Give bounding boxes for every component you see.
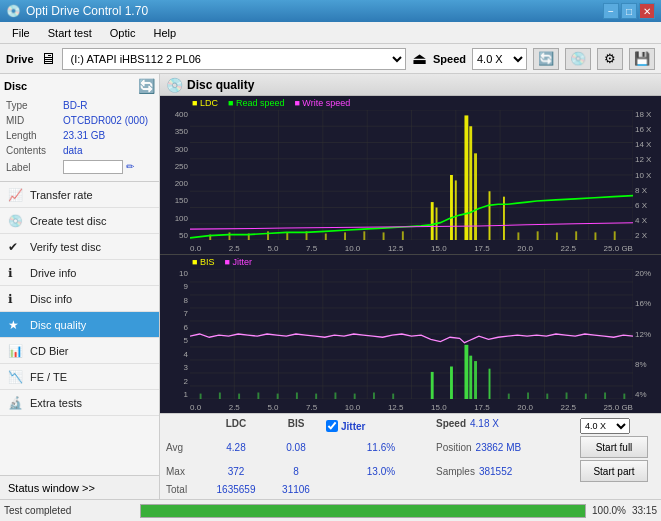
status-bar: Test completed 100.0% 33:15 xyxy=(0,499,661,521)
sidebar-item-disc-info[interactable]: ℹ Disc info xyxy=(0,286,159,312)
svg-rect-68 xyxy=(464,345,468,399)
refresh-button[interactable]: 🔄 xyxy=(533,48,559,70)
content-area: 💿 Disc quality ■ LDC ■ Read speed ■ Writ… xyxy=(160,74,661,499)
speed-select-area: 4.0 X xyxy=(580,418,655,434)
svg-rect-38 xyxy=(402,231,404,240)
drive-icon: 🖥 xyxy=(40,50,56,68)
disc-quality-icon: ★ xyxy=(8,318,26,332)
sidebar-item-fe-te[interactable]: 📉 FE / TE xyxy=(0,364,159,390)
total-ldc: 1635659 xyxy=(206,484,266,495)
app-title: Opti Drive Control 1.70 xyxy=(26,4,148,18)
start-part-button[interactable]: Start part xyxy=(580,460,648,482)
disc-quality-header-icon: 💿 xyxy=(166,77,183,93)
sidebar-item-disc-quality[interactable]: ★ Disc quality xyxy=(0,312,159,338)
svg-rect-26 xyxy=(489,191,491,240)
sidebar-item-extra-tests-label: Extra tests xyxy=(30,397,82,409)
avg-row: Avg 4.28 0.08 11.6% Position 23862 MB St… xyxy=(166,436,655,458)
svg-rect-41 xyxy=(556,232,558,240)
total-bis: 31106 xyxy=(266,484,326,495)
svg-rect-84 xyxy=(527,393,529,400)
disc-quality-header: 💿 Disc quality xyxy=(160,74,661,96)
speed-select[interactable]: 4.0 X xyxy=(472,48,527,70)
sidebar-item-disc-quality-label: Disc quality xyxy=(30,319,86,331)
sidebar-item-extra-tests[interactable]: 🔬 Extra tests xyxy=(0,390,159,416)
sidebar-item-create-test-disc[interactable]: 💿 Create test disc xyxy=(0,208,159,234)
chart1-y-axis-left: 400 350 300 250 200 150 100 50 xyxy=(160,110,190,240)
disc-label-row: Label ✏ xyxy=(6,159,153,175)
speed-label: Speed xyxy=(433,53,466,65)
disc-refresh-icon[interactable]: 🔄 xyxy=(138,78,155,94)
speed-header: Speed xyxy=(436,418,466,434)
svg-rect-73 xyxy=(219,393,221,400)
svg-rect-74 xyxy=(238,394,240,399)
status-window-label: Status window >> xyxy=(8,482,95,494)
avg-ldc: 4.28 xyxy=(206,442,266,453)
drive-select[interactable]: (I:) ATAPI iHBS112 2 PL06 xyxy=(62,48,406,70)
speed-dropdown[interactable]: 4.0 X xyxy=(580,418,630,434)
svg-rect-87 xyxy=(585,394,587,399)
chart1-x-axis: 0.02.55.07.510.012.515.017.520.022.525.0… xyxy=(190,244,633,253)
maximize-button[interactable]: □ xyxy=(621,3,637,19)
progress-percent: 100.0% xyxy=(592,505,626,516)
sidebar: Disc 🔄 Type BD-R MID OTCBDR002 (000) Len… xyxy=(0,74,160,499)
disc-button[interactable]: 💿 xyxy=(565,48,591,70)
disc-contents-label: Contents xyxy=(6,144,61,157)
legend-jitter: ■ Jitter xyxy=(224,257,251,267)
avg-speed-value: 4.18 X xyxy=(470,418,499,434)
menu-optic[interactable]: Optic xyxy=(102,25,144,41)
disc-length-value: 23.31 GB xyxy=(63,129,153,142)
menu-help[interactable]: Help xyxy=(145,25,184,41)
avg-bis: 0.08 xyxy=(266,442,326,453)
disc-info-table: Type BD-R MID OTCBDR002 (000) Length 23.… xyxy=(4,97,155,177)
progress-bar-fill xyxy=(141,505,585,517)
disc-label-edit-icon[interactable]: ✏ xyxy=(126,161,134,172)
svg-rect-77 xyxy=(296,393,298,400)
disc-quality-title: Disc quality xyxy=(187,78,254,92)
status-window-button[interactable]: Status window >> xyxy=(0,475,159,499)
svg-rect-66 xyxy=(431,372,434,399)
minimize-button[interactable]: − xyxy=(603,3,619,19)
disc-info-icon: ℹ xyxy=(8,292,26,306)
save-button[interactable]: 💾 xyxy=(629,48,655,70)
settings-button[interactable]: ⚙ xyxy=(597,48,623,70)
svg-rect-37 xyxy=(383,232,385,240)
jitter-checkbox[interactable] xyxy=(326,420,338,432)
sidebar-item-create-test-disc-label: Create test disc xyxy=(30,215,106,227)
max-row: Max 372 8 13.0% Samples 381552 Start par… xyxy=(166,460,655,482)
sidebar-item-verify-test-disc[interactable]: ✔ Verify test disc xyxy=(0,234,159,260)
svg-rect-21 xyxy=(450,175,453,240)
drive-info-icon: ℹ xyxy=(8,266,26,280)
start-full-button[interactable]: Start full xyxy=(580,436,648,458)
sidebar-item-transfer-rate[interactable]: 📈 Transfer rate xyxy=(0,182,159,208)
create-test-disc-icon: 💿 xyxy=(8,214,26,228)
svg-rect-71 xyxy=(489,369,491,399)
menu-start-test[interactable]: Start test xyxy=(40,25,100,41)
sidebar-item-fe-te-label: FE / TE xyxy=(30,371,67,383)
sidebar-item-cd-bier[interactable]: 📊 CD Bier xyxy=(0,338,159,364)
menu-file[interactable]: File xyxy=(4,25,38,41)
position-row: Position 23862 MB xyxy=(436,442,580,453)
bis-header: BIS xyxy=(266,418,326,434)
disc-label-value: ✏ xyxy=(63,159,153,175)
svg-rect-39 xyxy=(517,232,519,240)
legend-ldc: ■ LDC xyxy=(192,98,218,108)
svg-rect-69 xyxy=(469,356,472,399)
total-row: Total 1635659 31106 xyxy=(166,484,655,495)
chart2-container: ■ BIS ■ Jitter 10 9 8 7 6 5 4 3 2 1 xyxy=(160,255,661,413)
stats-header-row: LDC BIS Jitter Speed 4.18 X 4.0 X xyxy=(166,418,655,434)
time-display: 33:15 xyxy=(632,505,657,516)
disc-label-input[interactable] xyxy=(63,160,123,174)
sidebar-item-drive-info[interactable]: ℹ Drive info xyxy=(0,260,159,286)
chart2-x-axis: 0.02.55.07.510.012.515.017.520.022.525.0… xyxy=(190,403,633,412)
disc-length-label: Length xyxy=(6,129,61,142)
chart1-y-axis-right: 18 X 16 X 14 X 12 X 10 X 8 X 6 X 4 X 2 X xyxy=(633,110,661,240)
close-button[interactable]: ✕ xyxy=(639,3,655,19)
eject-icon[interactable]: ⏏ xyxy=(412,49,427,68)
svg-rect-25 xyxy=(474,153,477,240)
disc-panel: Disc 🔄 Type BD-R MID OTCBDR002 (000) Len… xyxy=(0,74,159,182)
disc-mid-label: MID xyxy=(6,114,61,127)
svg-rect-88 xyxy=(604,393,606,400)
drive-label: Drive xyxy=(6,53,34,65)
sidebar-item-transfer-rate-label: Transfer rate xyxy=(30,189,93,201)
fe-te-icon: 📉 xyxy=(8,370,26,384)
